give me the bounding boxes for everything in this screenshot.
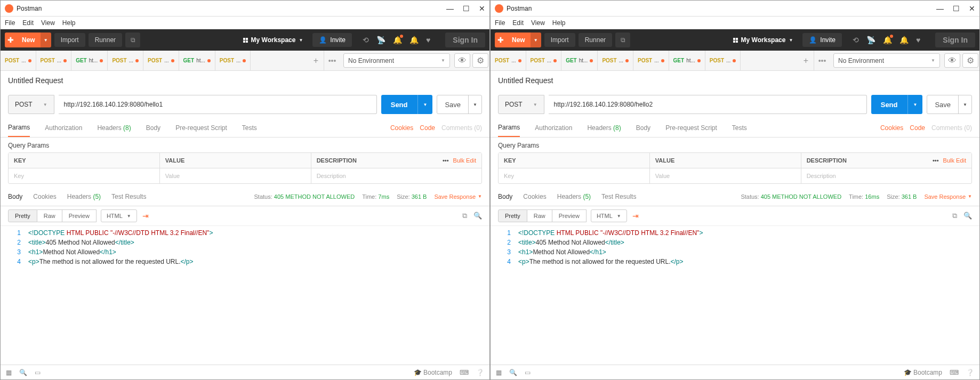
- heart-icon[interactable]: ♥: [916, 36, 920, 44]
- tab-headers[interactable]: Headers (8): [587, 124, 621, 132]
- fmt-preview[interactable]: Preview: [552, 209, 587, 222]
- console-icon[interactable]: ▭: [525, 369, 531, 376]
- import-button[interactable]: Import: [544, 33, 575, 47]
- tab-authorization[interactable]: Authorization: [45, 124, 82, 132]
- resp-tab-tests[interactable]: Test Results: [601, 193, 636, 200]
- request-tab[interactable]: POST ...: [108, 51, 143, 70]
- keyboard-icon[interactable]: ⌨: [950, 369, 959, 376]
- chevron-down-icon[interactable]: ▼: [958, 95, 971, 114]
- sync-icon[interactable]: ⟲: [363, 36, 369, 44]
- fmt-pretty[interactable]: Pretty: [8, 209, 37, 222]
- more-icon[interactable]: •••: [933, 157, 939, 164]
- find-icon[interactable]: 🔍: [509, 369, 517, 376]
- request-tab[interactable]: POST ...: [1, 51, 36, 70]
- minimize-button[interactable]: —: [447, 5, 453, 12]
- send-button[interactable]: Send▼: [381, 95, 433, 114]
- fmt-raw[interactable]: Raw: [37, 209, 62, 222]
- request-tab[interactable]: GET ht...: [561, 51, 598, 70]
- menu-item-help[interactable]: Help: [62, 19, 76, 27]
- menu-item-edit[interactable]: Edit: [512, 19, 524, 27]
- env-preview-icon[interactable]: 👁: [454, 53, 470, 68]
- new-window-icon[interactable]: ⧉: [615, 33, 630, 47]
- send-button[interactable]: Send▼: [871, 95, 923, 114]
- runner-button[interactable]: Runner: [579, 33, 612, 47]
- tab-params[interactable]: Params: [498, 118, 520, 137]
- request-tab[interactable]: POST ...: [36, 51, 72, 70]
- chevron-down-icon[interactable]: ▼: [417, 95, 433, 114]
- fmt-pretty[interactable]: Pretty: [498, 209, 527, 222]
- copy-icon[interactable]: ⧉: [952, 212, 957, 220]
- description-input[interactable]: Description: [801, 168, 971, 183]
- tab-body[interactable]: Body: [636, 124, 650, 132]
- save-response-link[interactable]: Save Response ▼: [434, 193, 482, 200]
- request-title[interactable]: Untitled Request: [491, 71, 979, 91]
- find-icon[interactable]: 🔍: [19, 369, 27, 376]
- wrap-lines-icon[interactable]: ⇥: [632, 212, 639, 220]
- env-settings-icon[interactable]: ⚙: [962, 53, 978, 68]
- request-tab[interactable]: POST ...: [705, 51, 741, 70]
- workspace-selector[interactable]: My Workspace▼: [243, 36, 303, 44]
- code-link[interactable]: Code: [420, 124, 435, 132]
- menu-item-file[interactable]: File: [5, 19, 15, 27]
- bootcamp-link[interactable]: 🎓 Bootcamp: [414, 369, 452, 376]
- search-icon[interactable]: 🔍: [963, 212, 972, 220]
- comments-link[interactable]: Comments (0): [441, 124, 482, 132]
- copy-icon[interactable]: ⧉: [462, 212, 467, 220]
- menu-item-view[interactable]: View: [41, 19, 55, 27]
- request-tab[interactable]: POST ...: [491, 51, 526, 70]
- environment-select[interactable]: No Environment▼: [343, 53, 450, 68]
- fmt-preview[interactable]: Preview: [62, 209, 97, 222]
- sidebar-toggle-icon[interactable]: ▦: [496, 369, 502, 376]
- signin-button[interactable]: Sign In: [445, 33, 485, 47]
- tab-body[interactable]: Body: [146, 124, 160, 132]
- new-button[interactable]: ✚ New ▼: [495, 33, 541, 47]
- menu-item-view[interactable]: View: [531, 19, 545, 27]
- request-tab[interactable]: POST ...: [633, 51, 669, 70]
- tab-tests[interactable]: Tests: [732, 124, 747, 132]
- url-input[interactable]: [59, 95, 377, 114]
- save-button[interactable]: Save▼: [927, 95, 972, 114]
- resp-tab-body[interactable]: Body: [498, 193, 512, 200]
- key-input[interactable]: Key: [9, 168, 160, 183]
- workspace-selector[interactable]: My Workspace▼: [733, 36, 793, 44]
- tab-params[interactable]: Params: [8, 118, 30, 137]
- resp-tab-headers[interactable]: Headers (5): [557, 193, 591, 200]
- more-icon[interactable]: •••: [443, 157, 449, 164]
- tab-options-button[interactable]: •••: [814, 51, 830, 70]
- console-icon[interactable]: ▭: [35, 369, 41, 376]
- import-button[interactable]: Import: [54, 33, 85, 47]
- resp-tab-cookies[interactable]: Cookies: [523, 193, 546, 200]
- wrap-lines-icon[interactable]: ⇥: [142, 212, 149, 220]
- bell-icon[interactable]: 🔔: [409, 36, 419, 44]
- request-tab[interactable]: POST ...: [143, 51, 179, 70]
- env-settings-icon[interactable]: ⚙: [472, 53, 488, 68]
- tab-headers[interactable]: Headers (8): [97, 124, 131, 132]
- request-tab[interactable]: GET ht...: [179, 51, 215, 70]
- chevron-down-icon[interactable]: ▼: [468, 95, 481, 114]
- fmt-raw[interactable]: Raw: [527, 209, 552, 222]
- request-tab[interactable]: GET ht...: [71, 51, 108, 70]
- tab-options-button[interactable]: •••: [324, 51, 340, 70]
- bootcamp-link[interactable]: 🎓 Bootcamp: [904, 369, 942, 376]
- environment-select[interactable]: No Environment▼: [833, 53, 940, 68]
- response-body[interactable]: 1<!DOCTYPE HTML PUBLIC "-//W3C//DTD HTML…: [1, 226, 489, 365]
- fmt-lang-select[interactable]: HTML ▼: [591, 209, 627, 222]
- help-icon[interactable]: ❔: [476, 369, 484, 376]
- satellite-icon[interactable]: 📡: [866, 36, 875, 44]
- menu-item-help[interactable]: Help: [552, 19, 566, 27]
- request-tab[interactable]: POST ...: [215, 51, 251, 70]
- new-tab-button[interactable]: +: [798, 51, 814, 70]
- chevron-down-icon[interactable]: ▼: [531, 33, 541, 47]
- menu-item-file[interactable]: File: [495, 19, 505, 27]
- method-select[interactable]: POST▼: [8, 95, 54, 114]
- signin-button[interactable]: Sign In: [935, 33, 975, 47]
- method-select[interactable]: POST▼: [498, 95, 544, 114]
- request-tab[interactable]: GET ht...: [669, 51, 705, 70]
- invite-button[interactable]: 👤Invite: [802, 33, 842, 47]
- code-link[interactable]: Code: [910, 124, 925, 132]
- notifications-icon[interactable]: 🔔: [883, 36, 892, 44]
- chevron-down-icon[interactable]: ▼: [41, 33, 51, 47]
- chevron-down-icon[interactable]: ▼: [907, 95, 923, 114]
- tab-authorization[interactable]: Authorization: [535, 124, 572, 132]
- save-response-link[interactable]: Save Response ▼: [924, 193, 972, 200]
